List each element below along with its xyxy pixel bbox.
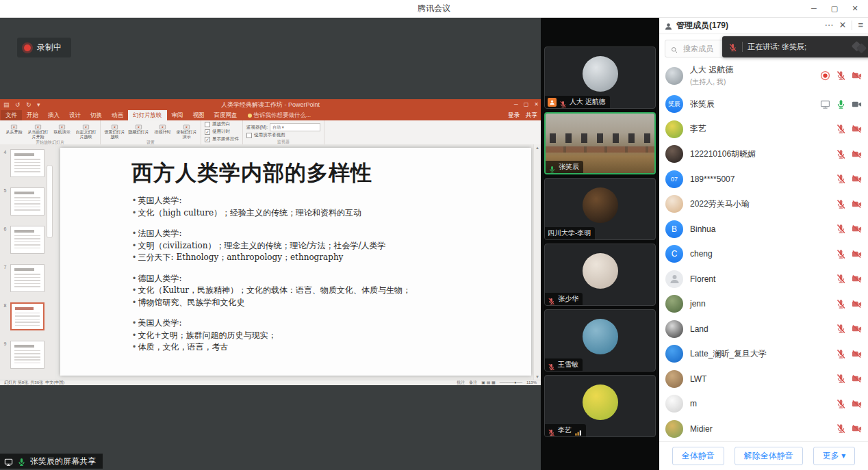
- ppt-tab[interactable]: 插入: [43, 110, 64, 120]
- cam-off-icon[interactable]: [852, 174, 862, 184]
- cam-off-icon[interactable]: [852, 70, 862, 81]
- cam-off-icon[interactable]: [852, 423, 862, 434]
- mic-muted-icon[interactable]: [836, 199, 846, 209]
- ppt-tab[interactable]: 切换: [86, 110, 107, 120]
- close-button[interactable]: ✕: [845, 0, 865, 17]
- maximize-button[interactable]: ▢: [824, 0, 845, 17]
- ribbon-button[interactable]: 从当前幻灯片开始: [27, 121, 49, 140]
- cam-off-icon[interactable]: [852, 224, 862, 234]
- notes-label[interactable]: 备注: [469, 380, 477, 385]
- mic-muted-icon[interactable]: [836, 70, 846, 81]
- zoom-slider[interactable]: ─────●──: [500, 380, 522, 385]
- ppt-tab[interactable]: 文件: [1, 110, 22, 120]
- member-row[interactable]: Midier: [665, 417, 862, 442]
- slide-thumbnail[interactable]: 9: [0, 341, 55, 369]
- minimize-button[interactable]: ─: [804, 0, 824, 17]
- member-row[interactable]: Latte_澜昕_复旦大学: [665, 341, 862, 367]
- cam-off-icon[interactable]: [852, 349, 862, 359]
- mic-muted-icon[interactable]: [836, 249, 846, 259]
- ribbon-button[interactable]: 联机演示: [51, 121, 73, 135]
- cam-off-icon[interactable]: [852, 249, 862, 259]
- ribbon-checkbox[interactable]: ✓使用计时: [205, 129, 239, 135]
- ribbon-button[interactable]: 自定义幻灯片放映: [75, 121, 97, 140]
- member-row[interactable]: 122210106胡晓媚: [665, 142, 862, 167]
- member-row[interactable]: 人大 迟航德(主持人, 我): [665, 60, 862, 92]
- mic-muted-icon[interactable]: [836, 324, 846, 334]
- ribbon-button[interactable]: 录制幻灯片演示: [176, 121, 197, 140]
- panel-close-icon[interactable]: ✕: [839, 17, 847, 34]
- member-row[interactable]: LWT: [665, 367, 862, 392]
- video-tile[interactable]: 四川大学-李明: [544, 178, 656, 240]
- comments-label[interactable]: 批注: [457, 380, 465, 385]
- cam-off-icon[interactable]: [852, 274, 862, 284]
- tell-me-box[interactable]: 告诉我你想要做什么...: [248, 110, 311, 120]
- ribbon-checkbox[interactable]: ✓显示媒体控件: [205, 136, 239, 142]
- monitor-dropdown[interactable]: 自动 ▾: [270, 123, 320, 131]
- member-row[interactable]: 李艺: [665, 117, 862, 142]
- ppt-share-button[interactable]: 共享: [526, 110, 537, 120]
- slide-thumbnail[interactable]: 7: [0, 264, 55, 292]
- mic-muted-icon[interactable]: [836, 174, 846, 184]
- cam-off-icon[interactable]: [852, 324, 862, 334]
- member-row[interactable]: Land: [665, 317, 862, 342]
- video-tile[interactable]: 李艺: [544, 375, 656, 437]
- member-row[interactable]: 2022劳关马小瑜: [665, 192, 862, 217]
- cam-on-icon[interactable]: [852, 99, 862, 109]
- unmute-all-button[interactable]: 解除全体静音: [735, 447, 803, 465]
- cam-off-icon[interactable]: [852, 199, 862, 209]
- mic-muted-icon[interactable]: [836, 349, 846, 359]
- ppt-tab[interactable]: 开始: [22, 110, 43, 120]
- ribbon-checkbox[interactable]: 播放旁白: [205, 121, 239, 127]
- signin-button[interactable]: 登录: [508, 110, 520, 120]
- scroll-up-icon[interactable]: ▲: [535, 146, 539, 150]
- mic-muted-icon[interactable]: [836, 399, 846, 409]
- panel-menu-icon[interactable]: ≡: [858, 17, 863, 34]
- member-row[interactable]: Ccheng: [665, 241, 862, 267]
- ribbon-button[interactable]: 从头开始: [3, 121, 25, 135]
- view-icons[interactable]: ▣ ▤ ▦: [481, 380, 495, 385]
- member-row[interactable]: m: [665, 391, 862, 417]
- mic-muted-icon[interactable]: [836, 274, 846, 284]
- panel-more-icon[interactable]: ⋯: [825, 17, 834, 34]
- thumbnail-scrollbar[interactable]: [47, 165, 53, 238]
- slide-scrollbar[interactable]: ▲ ▼: [533, 144, 541, 380]
- member-row[interactable]: 笑辰张笑辰: [665, 92, 862, 117]
- cam-off-icon[interactable]: [852, 374, 862, 384]
- member-row[interactable]: jenn: [665, 291, 862, 317]
- ribbon-checkbox[interactable]: 使用演示者视图: [246, 132, 320, 138]
- scroll-down-icon[interactable]: ▼: [535, 375, 539, 379]
- member-row[interactable]: Florent: [665, 267, 862, 292]
- mic-muted-icon[interactable]: [836, 299, 846, 309]
- ppt-tab[interactable]: 百度网盘: [209, 110, 242, 120]
- mic-muted-icon[interactable]: [836, 149, 846, 159]
- mute-all-button[interactable]: 全体静音: [672, 447, 724, 465]
- more-button[interactable]: 更多 ▾: [813, 447, 855, 465]
- mic-on-icon[interactable]: [836, 99, 846, 109]
- ppt-tab[interactable]: 动画: [107, 110, 128, 120]
- member-row[interactable]: BBinhua: [665, 217, 862, 242]
- ppt-minimize-button[interactable]: ─: [514, 99, 518, 110]
- video-tile[interactable]: 王雪敏: [544, 309, 656, 371]
- cam-off-icon[interactable]: [852, 124, 862, 134]
- ppt-tab[interactable]: 视图: [188, 110, 209, 120]
- quick-access-toolbar[interactable]: ▤ ↺ ↻ ▾: [3, 99, 42, 110]
- mic-muted-icon[interactable]: [836, 224, 846, 234]
- ppt-tab[interactable]: 设计: [64, 110, 86, 120]
- ppt-restore-button[interactable]: ▢: [524, 99, 529, 110]
- mic-muted-icon[interactable]: [836, 423, 846, 434]
- video-tile[interactable]: 人大 迟航德: [544, 47, 656, 109]
- ppt-close-button[interactable]: ✕: [534, 99, 539, 110]
- cam-off-icon[interactable]: [852, 149, 862, 159]
- ribbon-button[interactable]: 设置幻灯片放映: [104, 121, 125, 140]
- ppt-tab[interactable]: 审阅: [167, 110, 188, 120]
- slide-thumbnail[interactable]: 8: [0, 302, 55, 330]
- member-row[interactable]: 07189****5007: [665, 167, 862, 192]
- mic-muted-icon[interactable]: [836, 374, 846, 384]
- ribbon-button[interactable]: 隐藏幻灯片: [128, 121, 149, 135]
- video-tile[interactable]: 张笑辰: [544, 112, 656, 174]
- cam-off-icon[interactable]: [852, 399, 862, 409]
- cam-off-icon[interactable]: [852, 299, 862, 309]
- ribbon-button[interactable]: 排练计时: [152, 121, 173, 135]
- ppt-tab[interactable]: 幻灯片放映: [128, 110, 167, 120]
- mic-muted-icon[interactable]: [836, 124, 846, 134]
